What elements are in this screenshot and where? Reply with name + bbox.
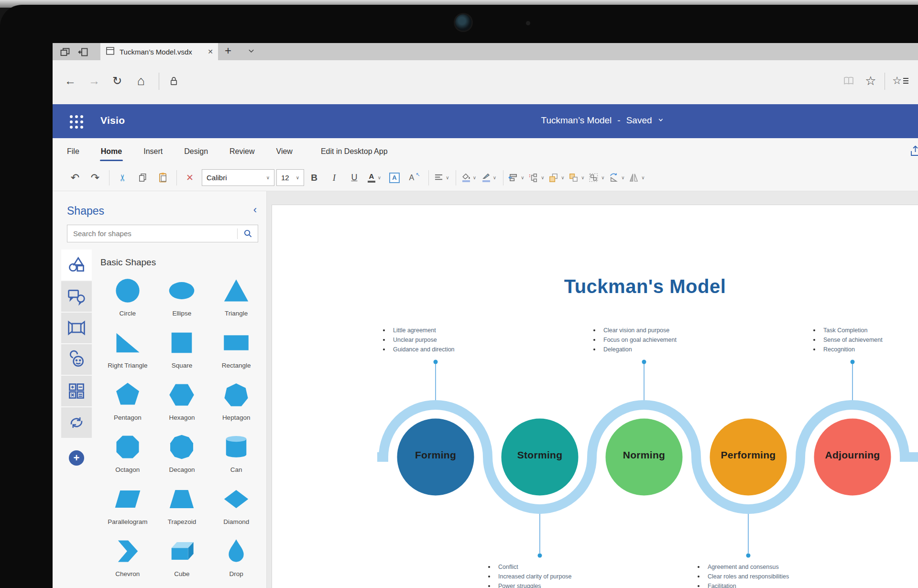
connector-button[interactable]: ∨ — [528, 169, 545, 186]
chevron-down-icon: ∨ — [296, 175, 299, 180]
drawing-canvas[interactable]: Tuckman's Model — [267, 191, 918, 588]
shape-right-triangle[interactable]: Right Triangle — [100, 329, 155, 369]
send-backward-button[interactable]: ∨ — [568, 169, 585, 186]
shape-ellipse[interactable]: Ellipse — [155, 277, 209, 317]
shape-chevron[interactable]: Chevron — [100, 538, 155, 577]
ribbon-menu: File Home Insert Design Review View Edit… — [53, 138, 918, 164]
stage-label-forming: Forming — [393, 449, 478, 461]
shape-octagon[interactable]: Octagon — [100, 434, 155, 473]
menu-insert[interactable]: Insert — [143, 147, 163, 156]
stencil-cycle[interactable] — [61, 407, 92, 438]
shape-square[interactable]: Square — [155, 329, 209, 369]
group-button[interactable]: ∨ — [589, 169, 605, 186]
connector-marker — [642, 360, 646, 364]
refresh-icon[interactable]: ↻ — [109, 73, 125, 89]
webcam — [455, 14, 471, 31]
add-stencil-button[interactable]: + — [69, 450, 84, 466]
delete-button[interactable]: ✕ — [182, 169, 198, 186]
menu-design[interactable]: Design — [184, 147, 208, 156]
shape-drop[interactable]: Drop — [209, 538, 263, 577]
share-icon[interactable] — [909, 145, 918, 159]
shape-cube[interactable]: Cube — [155, 538, 209, 577]
toolbar-divider — [503, 170, 503, 185]
menu-review[interactable]: Review — [230, 147, 254, 156]
shapes-panel-title: Shapes — [67, 205, 104, 218]
rotate-button[interactable]: ∨ — [609, 169, 625, 186]
toolbar-divider — [428, 170, 429, 185]
text-block-button[interactable]: A — [386, 169, 403, 186]
new-tab-icon[interactable]: + — [225, 44, 231, 57]
shape-trapezoid[interactable]: Trapezoid — [155, 486, 209, 525]
undo-button[interactable]: ↶ — [67, 169, 83, 186]
hub-favorites-icon[interactable]: ☆ — [892, 73, 908, 89]
shape-gallery: Basic Shapes Circle Ellipse Triangle — [94, 250, 266, 588]
tuckman-diagram — [272, 205, 918, 588]
connector-marker — [851, 360, 855, 364]
copy-button[interactable] — [134, 169, 151, 186]
shape-circle[interactable]: Circle — [100, 277, 155, 317]
toolbar-divider — [456, 170, 456, 185]
shape-diamond[interactable]: Diamond — [209, 486, 263, 525]
fill-color-button[interactable]: ∨ — [461, 169, 477, 186]
shape-pentagon[interactable]: Pentagon — [100, 381, 155, 421]
save-status-chevron-icon[interactable] — [658, 117, 664, 124]
browser-tab[interactable]: Tuckman’s Model.vsdx ✕ — [100, 43, 218, 60]
shape-search-input[interactable] — [67, 229, 237, 238]
line-color-button[interactable]: ∨ — [481, 169, 497, 186]
underline-button[interactable]: U — [346, 169, 362, 186]
menu-file[interactable]: File — [67, 147, 79, 156]
browser-window: Tuckman’s Model.vsdx ✕ + ← → ↻ ⌂ ☆ — [53, 43, 918, 588]
flip-button[interactable]: ∨ — [629, 169, 645, 186]
set-tabs-aside-icon[interactable] — [77, 46, 89, 58]
favorite-star-icon[interactable]: ☆ — [863, 73, 879, 89]
shape-can[interactable]: Can — [209, 434, 263, 473]
home-icon[interactable]: ⌂ — [133, 73, 149, 89]
menu-edit-in-desktop-app[interactable]: Edit in Desktop App — [321, 147, 388, 156]
document-header[interactable]: Tuckman’s Model - Saved — [541, 115, 664, 126]
visio-app-bar: Visio Tuckman’s Model - Saved — [53, 104, 918, 138]
stencil-banners[interactable] — [61, 313, 92, 343]
shape-hexagon[interactable]: Hexagon — [155, 381, 209, 421]
bullets-forming: Little agreement Unclear purpose Guidanc… — [383, 326, 455, 354]
stencil-emoticons[interactable] — [61, 344, 92, 375]
redo-button[interactable]: ↷ — [87, 169, 103, 186]
ribbon-toolbar: ↶ ↷ ✂ ✕ Calibri ∨ 12 ∨ B I U — [53, 164, 918, 191]
clear-formatting-button[interactable]: A↖ — [406, 169, 423, 186]
shape-heptagon[interactable]: Heptagon — [209, 381, 263, 421]
drawing-page[interactable]: Tuckman's Model — [272, 205, 918, 588]
back-icon[interactable]: ← — [62, 73, 78, 89]
font-name-value: Calibri — [207, 174, 227, 182]
forward-icon[interactable]: → — [86, 73, 102, 89]
menu-view[interactable]: View — [276, 147, 293, 156]
position-button[interactable]: ∨ — [508, 169, 525, 186]
font-name-select[interactable]: Calibri ∨ — [202, 169, 274, 186]
shape-rectangle[interactable]: Rectangle — [209, 329, 263, 369]
connector-marker — [434, 360, 438, 364]
align-button[interactable]: ∨ — [434, 169, 450, 186]
italic-button[interactable]: I — [326, 169, 342, 186]
shape-parallelogram[interactable]: Parallelogram — [100, 486, 155, 525]
tab-preview-icon[interactable] — [59, 46, 71, 58]
bullets-performing: Agreement and consensus Clear roles and … — [698, 562, 789, 588]
shape-decagon[interactable]: Decagon — [155, 434, 209, 473]
paste-button[interactable] — [154, 169, 171, 186]
collapse-panel-icon[interactable]: ‹ — [253, 205, 257, 215]
stencil-basic-shapes[interactable] — [61, 250, 92, 280]
stencil-callouts[interactable] — [61, 281, 92, 312]
stencil-calculator[interactable] — [61, 376, 92, 406]
bold-button[interactable]: B — [306, 169, 322, 186]
tab-list-chevron-icon[interactable] — [248, 47, 255, 56]
app-launcher-icon[interactable] — [70, 115, 83, 129]
font-size-select[interactable]: 12 ∨ — [276, 169, 304, 186]
shape-triangle[interactable]: Triangle — [209, 277, 263, 317]
search-icon[interactable] — [238, 229, 258, 238]
reading-view-icon[interactable] — [841, 73, 857, 89]
menu-home[interactable]: Home — [101, 147, 122, 156]
document-title: Tuckman’s Model — [541, 115, 612, 126]
bring-forward-button[interactable]: ∨ — [548, 169, 565, 186]
font-color-button[interactable]: A ∨ — [366, 169, 382, 186]
tab-close-icon[interactable]: ✕ — [208, 48, 213, 55]
cut-button[interactable]: ✂ — [114, 170, 131, 186]
shape-section-title: Basic Shapes — [100, 257, 263, 268]
shapes-panel: Shapes ‹ — [53, 191, 267, 588]
